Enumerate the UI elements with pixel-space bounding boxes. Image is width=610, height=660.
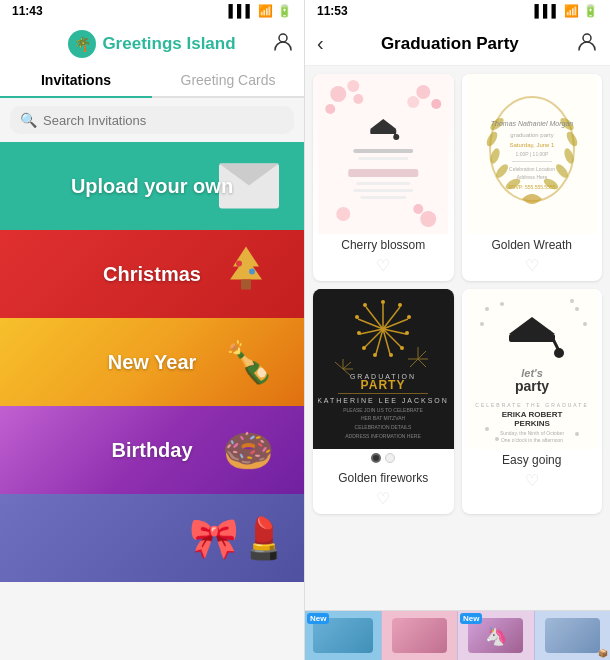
card-golden-wreath[interactable]: Thomas Nathaniel Morgan graduation party… <box>462 74 603 281</box>
birthday-label: Birthday <box>111 439 192 462</box>
svg-rect-22 <box>358 157 408 160</box>
svg-text:Address Here: Address Here <box>516 174 547 180</box>
svg-point-65 <box>405 331 409 335</box>
svg-text:Thomas Nathaniel Morgan: Thomas Nathaniel Morgan <box>491 120 574 128</box>
svg-point-106 <box>575 432 579 436</box>
svg-point-8 <box>583 34 591 42</box>
golden-wreath-heart[interactable]: ♡ <box>462 254 603 281</box>
left-panel: 11:43 ▌▌▌ 📶 🔋 🌴 Greetings Island Invitat… <box>0 0 305 660</box>
cherry-blossom-image <box>313 74 454 234</box>
upload-label: Upload your own <box>71 175 233 198</box>
card-grid: Cherry blossom ♡ <box>313 74 602 514</box>
svg-point-29 <box>413 204 423 214</box>
category-birthday[interactable]: 🍩 Birthday <box>0 406 304 494</box>
color-dot-dark[interactable] <box>371 453 381 463</box>
new-badge-1: New <box>307 613 329 624</box>
signal-icon: ▌▌▌ <box>228 4 254 18</box>
profile-icon[interactable] <box>272 30 294 57</box>
svg-rect-24 <box>356 182 410 185</box>
svg-text:KATHERINE LEE JACKSON: KATHERINE LEE JACKSON <box>318 397 448 404</box>
tab-greeting-cards[interactable]: Greeting Cards <box>152 64 304 96</box>
svg-point-7 <box>249 269 255 275</box>
right-status-bar: 11:53 ▌▌▌ 📶 🔋 <box>305 0 610 22</box>
newyear-label: New Year <box>108 351 197 374</box>
christmas-icon <box>219 242 274 307</box>
right-header: ‹ Graduation Party <box>305 22 610 66</box>
ad-item-2[interactable] <box>382 611 459 660</box>
svg-point-96 <box>554 348 564 358</box>
category-list: Upload your own Christmas 🍾 New Year 🍩 <box>0 142 304 660</box>
category-christmas[interactable]: Christmas <box>0 230 304 318</box>
svg-point-12 <box>325 104 335 114</box>
svg-marker-4 <box>230 257 262 280</box>
search-bar[interactable]: 🔍 <box>10 106 294 134</box>
category-newyear[interactable]: 🍾 New Year <box>0 318 304 406</box>
svg-text:graduation party: graduation party <box>510 132 553 138</box>
ad-logo-dropbox: 📦 <box>598 649 608 658</box>
color-dots <box>313 449 454 467</box>
left-header: 🌴 Greetings Island Invitations Greeting … <box>0 22 304 98</box>
svg-point-103 <box>583 322 587 326</box>
svg-point-10 <box>330 86 346 102</box>
new-badge-3: New <box>460 613 482 624</box>
svg-rect-21 <box>353 149 413 153</box>
svg-text:HER BAT MITZVAH: HER BAT MITZVAH <box>361 415 406 421</box>
svg-text:PERKINS: PERKINS <box>514 419 550 428</box>
color-dot-light[interactable] <box>385 453 395 463</box>
svg-text:🌴: 🌴 <box>74 36 92 53</box>
ad-image-4 <box>545 618 600 653</box>
logo-container: 🌴 Greetings Island <box>68 30 235 58</box>
svg-text:ADDRESS INFORMATION HERE: ADDRESS INFORMATION HERE <box>346 433 422 439</box>
svg-point-13 <box>353 94 363 104</box>
category-upload[interactable]: Upload your own <box>0 142 304 230</box>
svg-point-69 <box>362 346 366 350</box>
svg-text:CELEBRATE THE GRADUATE: CELEBRATE THE GRADUATE <box>475 402 588 408</box>
svg-text:Saturday, June 1: Saturday, June 1 <box>509 142 555 148</box>
ad-item-3[interactable]: New 🦄 <box>458 611 535 660</box>
golden-fireworks-heart[interactable]: ♡ <box>313 487 454 514</box>
left-status-icons: ▌▌▌ 📶 🔋 <box>228 4 292 18</box>
svg-rect-23 <box>348 169 418 177</box>
svg-point-105 <box>485 427 489 431</box>
back-button[interactable]: ‹ <box>317 32 324 55</box>
right-status-icons: ▌▌▌ 📶 🔋 <box>534 4 598 18</box>
svg-point-68 <box>373 353 377 357</box>
right-profile-icon[interactable] <box>576 30 598 57</box>
svg-point-99 <box>485 307 489 311</box>
svg-text:PLEASE JOIN US TO CELEBRATE: PLEASE JOIN US TO CELEBRATE <box>344 407 424 413</box>
svg-rect-5 <box>241 280 251 290</box>
svg-text:party: party <box>515 378 549 394</box>
christmas-label: Christmas <box>103 263 201 286</box>
svg-text:PARTY: PARTY <box>361 378 406 392</box>
ad-bar[interactable]: New New 🦄 📦 <box>305 610 610 660</box>
svg-point-101 <box>480 322 484 326</box>
svg-point-15 <box>431 99 441 109</box>
page-title: Graduation Party <box>324 34 576 54</box>
svg-point-11 <box>347 80 359 92</box>
svg-point-27 <box>336 207 350 221</box>
category-style[interactable]: 🎀💄 <box>0 494 304 582</box>
tab-invitations[interactable]: Invitations <box>0 64 152 98</box>
search-input[interactable] <box>43 113 284 128</box>
golden-fireworks-label: Golden fireworks <box>313 467 454 487</box>
card-easy-going[interactable]: let's party <box>462 289 603 514</box>
svg-point-14 <box>416 85 430 99</box>
svg-point-102 <box>575 307 579 311</box>
svg-point-71 <box>355 315 359 319</box>
right-signal-icon: ▌▌▌ <box>534 4 560 18</box>
golden-wreath-label: Golden Wreath <box>462 234 603 254</box>
svg-point-66 <box>400 346 404 350</box>
easy-going-heart[interactable]: ♡ <box>462 469 603 496</box>
svg-rect-86 <box>338 393 428 394</box>
card-cherry-blossom[interactable]: Cherry blossom ♡ <box>313 74 454 281</box>
cherry-blossom-heart[interactable]: ♡ <box>313 254 454 281</box>
svg-point-16 <box>407 96 419 108</box>
ad-item-4[interactable]: 📦 <box>535 611 611 660</box>
card-golden-fireworks[interactable]: GRADUATION PARTY KATHERINE LEE JACKSON P… <box>313 289 454 514</box>
battery-icon: 🔋 <box>277 4 292 18</box>
tabs-row: Invitations Greeting Cards <box>0 64 304 98</box>
card-grid-scroll[interactable]: Cherry blossom ♡ <box>305 66 610 610</box>
svg-text:RSVP: 555.555.5555: RSVP: 555.555.5555 <box>508 184 555 190</box>
easy-going-label: Easy going <box>462 449 603 469</box>
ad-item-1[interactable]: New <box>305 611 382 660</box>
